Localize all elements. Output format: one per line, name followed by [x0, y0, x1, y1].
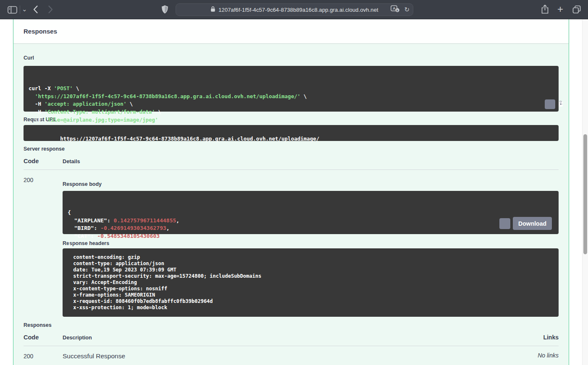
plus-icon: + — [557, 4, 563, 14]
response-body-block: { "AIRPLANE": 0.14275796711444855, "BIRD… — [63, 191, 559, 234]
responses-table-label: Responses — [24, 322, 559, 328]
download-button[interactable]: Download — [513, 217, 552, 230]
sidebar-dropdown-button[interactable]: ⌄ — [22, 6, 27, 12]
server-response-row: 200 Response body { "AIRPLANE": 0.142757… — [24, 170, 559, 317]
response-body-label: Response body — [63, 181, 559, 187]
chevron-down-icon: ⌄ — [22, 6, 27, 12]
sidebar-toggle-button[interactable] — [8, 6, 17, 16]
back-icon — [33, 5, 38, 16]
curl-command-block: curl -X 'POST' \ 'https://1207af6f-1f5f-… — [24, 66, 559, 112]
response-description: Successful Response — [63, 346, 538, 360]
copy-curl-button[interactable] — [545, 99, 555, 109]
share-button[interactable] — [541, 4, 549, 16]
scrollbar-track[interactable] — [582, 19, 588, 365]
tab-overview-button[interactable] — [572, 5, 581, 16]
description-column-header: Description — [63, 335, 543, 341]
svg-text:A: A — [393, 6, 396, 10]
response-headers-block: content-encoding: gzip content-type: app… — [63, 248, 559, 317]
tabs-icon — [572, 5, 581, 16]
back-button[interactable] — [33, 5, 38, 16]
lock-icon — [210, 6, 215, 14]
code-column-header: Code — [24, 334, 63, 341]
sidebar-icon — [8, 6, 17, 16]
browser-toolbar: ⌄ — [0, 0, 588, 19]
server-response-table-header: Code Details — [24, 158, 559, 170]
responses-table-header: Code Description Links — [24, 334, 559, 346]
copy-response-button[interactable] — [499, 218, 510, 229]
reload-button[interactable]: ↻ — [404, 6, 410, 13]
share-icon — [541, 4, 549, 16]
translate-button[interactable]: A x — [391, 5, 400, 14]
responses-table-row: 200 Successful Response No links — [24, 346, 559, 360]
shield-icon — [161, 5, 168, 16]
links-column-header: Links — [543, 334, 559, 341]
clipboard-copy-icon — [536, 94, 564, 115]
new-tab-button[interactable]: + — [557, 4, 563, 14]
forward-icon — [48, 5, 53, 16]
status-code: 200 — [24, 346, 63, 360]
request-url-value: https://1207af6f-1f5f-4c57-9c64-8738b89a… — [60, 136, 319, 142]
request-url-block: https://1207af6f-1f5f-4c57-9c64-8738b89a… — [24, 125, 559, 141]
responses-section-header: Responses — [13, 19, 569, 43]
curl-label: Curl — [24, 55, 559, 61]
browser-window: ⌄ — [0, 0, 588, 365]
section-title: Responses — [24, 28, 57, 35]
swagger-page: Responses Curl curl -X 'POST' \ 'https:/… — [0, 19, 588, 365]
privacy-report-button[interactable] — [161, 5, 168, 16]
details-column-header: Details — [63, 159, 559, 164]
status-code: 200 — [24, 170, 63, 317]
forward-button[interactable] — [48, 5, 53, 16]
post-operation-block: Responses Curl curl -X 'POST' \ 'https:/… — [13, 19, 569, 365]
response-body-json: { "AIRPLANE": 0.14275796711444855, "BIRD… — [68, 209, 554, 248]
curl-command-text: curl -X 'POST' \ 'https://1207af6f-1f5f-… — [29, 85, 554, 124]
scrollbar-thumb[interactable] — [583, 134, 587, 254]
code-column-header: Code — [24, 158, 63, 164]
toolbar-divider — [20, 5, 20, 14]
url-text: 1207af6f-1f5f-4c57-9c64-8738b89a16c8.app… — [218, 7, 378, 13]
address-bar[interactable]: 1207af6f-1f5f-4c57-9c64-8738b89a16c8.app… — [176, 3, 413, 16]
response-links: No links — [538, 346, 559, 360]
